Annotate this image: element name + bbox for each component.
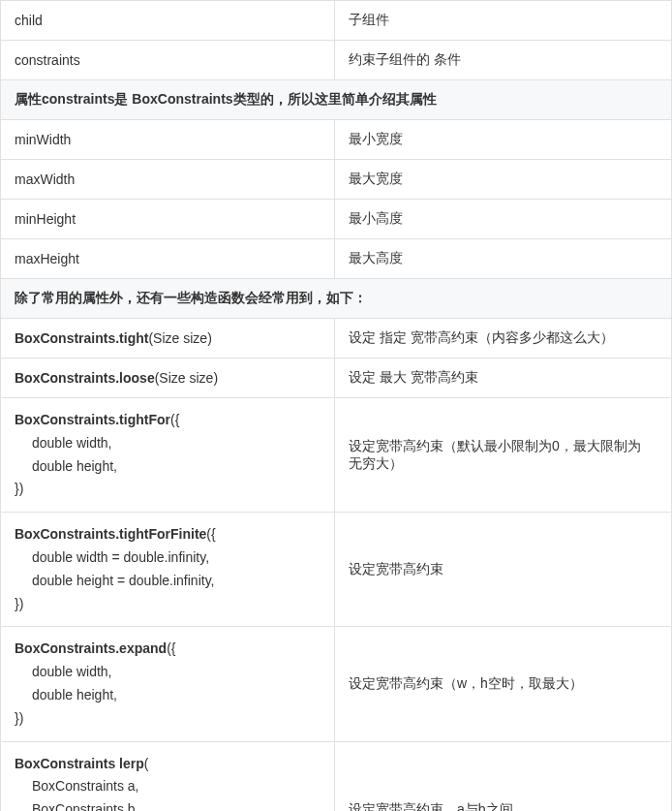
table-row: BoxConstraints.loose(Size size)设定 最大 宽带高… bbox=[1, 359, 672, 398]
constructor-args: (Size size) bbox=[155, 370, 218, 386]
constructor-signature: BoxConstraints.tightFor({double width,do… bbox=[1, 398, 335, 513]
table-row: 属性constraints是 BoxConstraints类型的，所以这里简单介… bbox=[1, 80, 672, 120]
table-row: BoxConstraints.tightForFinite({double wi… bbox=[1, 513, 672, 627]
property-desc: 最小高度 bbox=[335, 200, 672, 239]
constructor-desc: 设定宽带高约束，a与b之间 bbox=[335, 741, 672, 811]
constructor-desc: 设定宽带高约束 bbox=[335, 513, 672, 627]
constructor-desc: 设定 指定 宽带高约束（内容多少都这么大） bbox=[335, 319, 672, 359]
table-row: minHeight最小高度 bbox=[1, 200, 672, 239]
property-desc: 最小宽度 bbox=[335, 120, 672, 160]
open-bracket: ({ bbox=[170, 412, 179, 427]
constructor-param: BoxConstraints a, bbox=[15, 775, 321, 798]
property-name: maxWidth bbox=[1, 160, 335, 200]
open-bracket: ({ bbox=[167, 640, 175, 656]
table-row: BoxConstraints.tight(Size size)设定 指定 宽带高… bbox=[1, 319, 672, 359]
constructor-desc: 设定宽带高约束（w，h空时，取最大） bbox=[335, 627, 672, 741]
constructor-desc: 设定宽带高约束（默认最小限制为0，最大限制为 无穷大） bbox=[335, 398, 672, 513]
constructor-signature: BoxConstraints.tightForFinite({double wi… bbox=[1, 513, 335, 627]
table-row: BoxConstraints.expand({double width,doub… bbox=[1, 627, 672, 741]
table-row: child子组件 bbox=[1, 1, 672, 41]
open-bracket: ({ bbox=[206, 526, 215, 542]
constructor-name: BoxConstraints.expand bbox=[15, 640, 167, 656]
property-desc: 最大高度 bbox=[335, 239, 672, 279]
close-bracket: }) bbox=[15, 593, 321, 616]
table-row: constraints约束子组件的 条件 bbox=[1, 41, 672, 80]
property-name: child bbox=[1, 1, 335, 41]
property-desc: 子组件 bbox=[335, 1, 672, 41]
constructor-args: (Size size) bbox=[148, 330, 211, 346]
constructor-param: double height = double.infinity, bbox=[15, 570, 321, 593]
section-header: 属性constraints是 BoxConstraints类型的，所以这里简单介… bbox=[1, 80, 672, 120]
constructor-signature: BoxConstraints.expand({double width,doub… bbox=[1, 627, 335, 741]
constructor-desc: 设定 最大 宽带高约束 bbox=[335, 359, 672, 398]
property-desc: 最大宽度 bbox=[335, 160, 672, 200]
property-name: minHeight bbox=[1, 200, 335, 239]
constructor-param: double width, bbox=[15, 661, 321, 684]
table-row: maxWidth最大宽度 bbox=[1, 160, 672, 200]
table-row: minWidth最小宽度 bbox=[1, 120, 672, 160]
constructor-name: BoxConstraints lerp bbox=[15, 756, 144, 771]
table-row: maxHeight最大高度 bbox=[1, 239, 672, 279]
constructor-signature: BoxConstraints.tight(Size size) bbox=[1, 319, 335, 359]
table-row: BoxConstraints.tightFor({double width,do… bbox=[1, 398, 672, 513]
properties-table: child子组件constraints约束子组件的 条件属性constraint… bbox=[0, 0, 672, 811]
constructor-signature: BoxConstraints lerp(BoxConstraints a,Box… bbox=[1, 741, 335, 811]
constructor-signature: BoxConstraints.loose(Size size) bbox=[1, 359, 335, 398]
table-row: 除了常用的属性外，还有一些构造函数会经常用到，如下： bbox=[1, 279, 672, 319]
constructor-name: BoxConstraints.tightForFinite bbox=[15, 526, 206, 542]
open-bracket: ( bbox=[144, 756, 149, 771]
close-bracket: }) bbox=[15, 707, 321, 731]
section-header: 除了常用的属性外，还有一些构造函数会经常用到，如下： bbox=[1, 279, 672, 319]
property-name: minWidth bbox=[1, 120, 335, 160]
constructor-param: double height, bbox=[15, 684, 321, 707]
constructor-param: double width, bbox=[15, 432, 321, 455]
property-name: maxHeight bbox=[1, 239, 335, 279]
constructor-param: double height, bbox=[15, 455, 321, 479]
constructor-name: BoxConstraints.tight bbox=[15, 330, 148, 346]
constructor-param: BoxConstraints b, bbox=[15, 798, 321, 811]
table-row: BoxConstraints lerp(BoxConstraints a,Box… bbox=[1, 741, 672, 811]
constructor-name: BoxConstraints.loose bbox=[15, 370, 155, 386]
property-desc: 约束子组件的 条件 bbox=[335, 41, 672, 80]
close-bracket: }) bbox=[15, 478, 321, 501]
constructor-name: BoxConstraints.tightFor bbox=[15, 412, 170, 427]
constructor-param: double width = double.infinity, bbox=[15, 546, 321, 570]
property-name: constraints bbox=[1, 41, 335, 80]
